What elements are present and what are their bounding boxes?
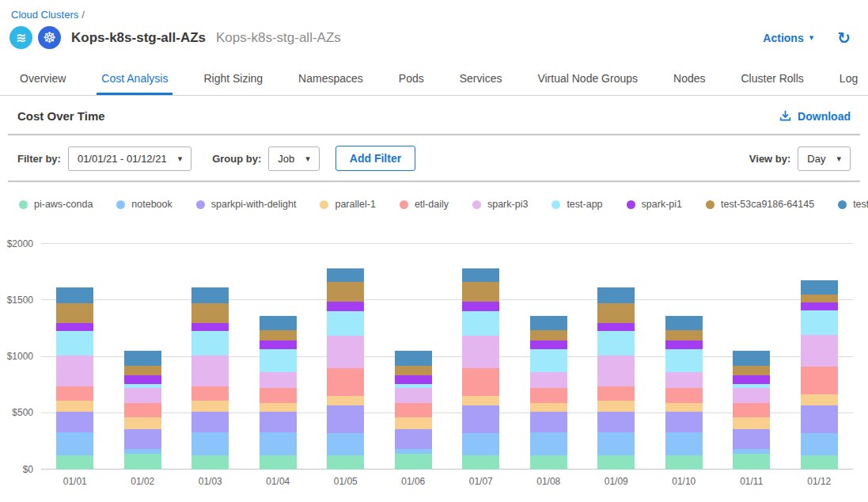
bar-segment-spark-pi1[interactable] [733, 375, 770, 384]
bar-01-11[interactable] [733, 351, 770, 470]
bar-segment-pi-aws-conda[interactable] [260, 455, 297, 470]
legend-item-pi-aws-conda[interactable]: pi-aws-conda [19, 199, 93, 210]
bar-segment-sparkpi-with-delight[interactable] [327, 405, 364, 433]
bar-segment-spark-pi3[interactable] [597, 356, 635, 386]
bar-segment-parallel-1[interactable] [260, 403, 297, 412]
tab-overview[interactable]: Overview [15, 63, 70, 95]
bar-segment-test-app[interactable] [462, 311, 499, 336]
bar-01-05[interactable] [327, 268, 364, 470]
bar-segment-etl-daily[interactable] [665, 388, 703, 403]
bar-01-08[interactable] [530, 316, 567, 470]
bar-segment-sparkpi-with-delight[interactable] [191, 412, 229, 432]
bar-segment-parallel-1[interactable] [597, 401, 635, 412]
date-range-select[interactable]: 01/01/21 - 01/12/21 ▾ [68, 146, 191, 171]
bar-segment-parallel-1[interactable] [530, 403, 567, 412]
bar-segment-pi-aws-conda[interactable] [801, 455, 838, 470]
bar-segment-notebook[interactable] [801, 433, 838, 456]
bar-segment-spark-pi1[interactable] [327, 302, 364, 310]
bar-segment-test-app[interactable] [801, 310, 838, 335]
bar-segment-test-53ca9186-64145[interactable] [597, 303, 635, 323]
legend-item-test-53ca9186-64145[interactable]: test-53ca9186-64145 [706, 199, 814, 210]
bar-segment-spark-pi1[interactable] [395, 375, 432, 384]
bar-segment-notebook[interactable] [327, 433, 364, 456]
download-button[interactable]: Download [779, 110, 851, 123]
legend-item-test-pkix[interactable]: test-pkix [838, 199, 868, 210]
bar-segment-parallel-1[interactable] [665, 403, 703, 412]
bar-segment-test-53ca9186-64145[interactable] [124, 366, 161, 375]
legend-item-sparkpi-with-delight[interactable]: sparkpi-with-delight [196, 199, 297, 210]
legend-item-spark-pi1[interactable]: spark-pi1 [627, 199, 682, 210]
bar-segment-test-pkix[interactable] [327, 268, 364, 282]
bar-segment-sparkpi-with-delight[interactable] [260, 412, 297, 432]
bar-segment-spark-pi1[interactable] [597, 323, 635, 331]
bar-segment-spark-pi3[interactable] [395, 388, 432, 403]
bar-segment-test-53ca9186-64145[interactable] [530, 330, 567, 340]
bar-01-02[interactable] [124, 351, 161, 470]
bar-segment-sparkpi-with-delight[interactable] [665, 412, 703, 432]
bar-segment-test-53ca9186-64145[interactable] [395, 366, 432, 375]
tab-cluster-rolls[interactable]: Cluster Rolls [736, 63, 808, 95]
bar-segment-test-53ca9186-64145[interactable] [260, 330, 297, 340]
bar-segment-notebook[interactable] [597, 432, 635, 455]
bar-01-10[interactable] [665, 316, 703, 470]
legend-item-notebook[interactable]: notebook [116, 199, 172, 210]
bar-segment-spark-pi1[interactable] [124, 375, 161, 384]
bar-segment-pi-aws-conda[interactable] [124, 454, 161, 470]
bar-segment-notebook[interactable] [665, 432, 703, 455]
bar-segment-etl-daily[interactable] [462, 368, 499, 396]
bar-segment-parallel-1[interactable] [124, 417, 161, 429]
bar-segment-sparkpi-with-delight[interactable] [597, 412, 635, 432]
bar-segment-test-app[interactable] [191, 331, 229, 356]
bar-segment-spark-pi3[interactable] [260, 372, 297, 387]
tab-virtual-node-groups[interactable]: Virtual Node Groups [533, 63, 642, 95]
bar-01-04[interactable] [260, 316, 297, 470]
bar-segment-test-pkix[interactable] [665, 316, 703, 331]
bar-segment-parallel-1[interactable] [801, 394, 838, 405]
bar-segment-test-pkix[interactable] [260, 316, 297, 331]
bar-segment-test-pkix[interactable] [530, 316, 567, 331]
bar-01-01[interactable] [56, 287, 93, 470]
bar-01-07[interactable] [462, 268, 499, 470]
legend-item-test-app[interactable]: test-app [552, 199, 602, 210]
bar-segment-notebook[interactable] [462, 433, 499, 456]
bar-01-03[interactable] [191, 287, 229, 470]
bar-segment-etl-daily[interactable] [260, 388, 297, 403]
bar-segment-spark-pi1[interactable] [56, 323, 93, 331]
bar-segment-test-app[interactable] [56, 331, 93, 356]
bar-segment-pi-aws-conda[interactable] [733, 454, 770, 470]
bar-segment-test-pkix[interactable] [733, 351, 770, 366]
bar-segment-etl-daily[interactable] [56, 386, 93, 401]
bar-segment-sparkpi-with-delight[interactable] [462, 405, 499, 433]
bar-segment-test-pkix[interactable] [801, 280, 838, 295]
bar-segment-test-app[interactable] [530, 349, 567, 373]
bar-segment-test-app[interactable] [327, 311, 364, 336]
bar-segment-test-app[interactable] [260, 349, 297, 373]
bar-segment-test-53ca9186-64145[interactable] [801, 295, 838, 302]
bar-segment-parallel-1[interactable] [462, 396, 499, 405]
bar-segment-spark-pi1[interactable] [801, 302, 838, 310]
bar-segment-spark-pi3[interactable] [665, 372, 703, 387]
bar-segment-etl-daily[interactable] [124, 403, 161, 418]
tab-cost-analysis[interactable]: Cost Analysis [97, 63, 172, 95]
bar-segment-test-53ca9186-64145[interactable] [733, 366, 770, 375]
tab-services[interactable]: Services [455, 63, 507, 95]
bar-segment-spark-pi3[interactable] [327, 336, 364, 368]
bar-segment-parallel-1[interactable] [733, 417, 770, 429]
legend-item-parallel-1[interactable]: parallel-1 [320, 199, 375, 210]
bar-segment-pi-aws-conda[interactable] [530, 455, 567, 470]
bar-segment-test-app[interactable] [597, 331, 635, 356]
bar-segment-etl-daily[interactable] [801, 367, 838, 395]
bar-segment-test-pkix[interactable] [462, 268, 499, 282]
bar-segment-notebook[interactable] [191, 432, 229, 455]
bar-segment-sparkpi-with-delight[interactable] [733, 429, 770, 448]
bar-segment-etl-daily[interactable] [327, 368, 364, 396]
bar-segment-test-53ca9186-64145[interactable] [56, 303, 93, 323]
bar-segment-spark-pi1[interactable] [260, 340, 297, 349]
bar-segment-test-53ca9186-64145[interactable] [191, 303, 229, 323]
add-filter-button[interactable]: Add Filter [335, 146, 415, 171]
bar-segment-pi-aws-conda[interactable] [191, 455, 229, 470]
bar-segment-pi-aws-conda[interactable] [395, 454, 432, 470]
actions-button[interactable]: Actions ▾ [763, 32, 813, 44]
bar-segment-spark-pi1[interactable] [462, 302, 499, 310]
bar-segment-spark-pi3[interactable] [191, 356, 229, 386]
